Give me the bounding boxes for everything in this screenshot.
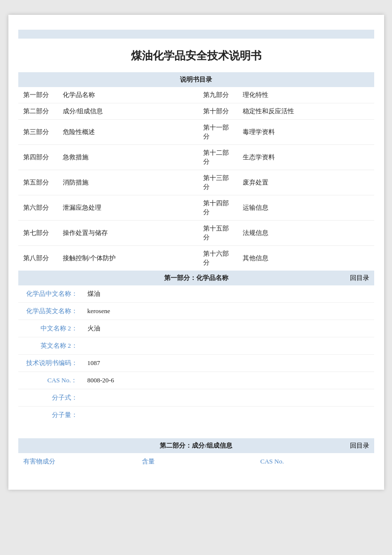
- toc-header: 说明书目录: [18, 72, 374, 87]
- toc-num2: 第十四部分: [198, 195, 238, 221]
- toc-row: 第二部分 成分/组成信息 第十部分 稳定性和反应活性: [18, 103, 374, 120]
- field-value: 1087: [83, 355, 374, 372]
- info-row: 技术说明书编码： 1087: [18, 355, 374, 372]
- field-value: 火油: [83, 320, 374, 337]
- main-title: 煤油化学品安全技术说明书: [18, 40, 374, 72]
- toc-name: 成分/组成信息: [58, 103, 198, 120]
- comp-col-2: 含量: [137, 453, 256, 470]
- toc-name2: 理化特性: [238, 87, 374, 103]
- toc-num2: 第十一部分: [198, 120, 238, 145]
- field-value: kerosene: [83, 303, 374, 320]
- toc-row: 第五部分 消防措施 第十三部分 废弃处置: [18, 170, 374, 195]
- toc-num: 第六部分: [18, 195, 58, 221]
- toc-num: 第三部分: [18, 120, 58, 145]
- toc-num2: 第十六部分: [198, 246, 238, 271]
- info-row: 化学品中文名称： 煤油: [18, 285, 374, 303]
- toc-row: 第四部分 急救措施 第十二部分 生态学资料: [18, 145, 374, 170]
- field-label: 分子量：: [18, 407, 83, 424]
- toc-name2: 毒理学资料: [238, 120, 374, 145]
- field-label: 中文名称 2：: [18, 320, 83, 337]
- field-label: 化学品中文名称：: [18, 285, 83, 303]
- toc-num2: 第十五部分: [198, 221, 238, 246]
- toc-num: 第五部分: [18, 170, 58, 195]
- toc-num: 第八部分: [18, 246, 58, 271]
- info-row: 英文名称 2：: [18, 337, 374, 355]
- field-label: 技术说明书编码：: [18, 355, 83, 372]
- toc-name: 操作处置与储存: [58, 221, 198, 246]
- back-link-1[interactable]: 回目录: [350, 274, 369, 282]
- toc-name2: 废弃处置: [238, 170, 374, 195]
- back-link-2[interactable]: 回目录: [350, 441, 369, 450]
- toc-num: 第二部分: [18, 103, 58, 120]
- toc-num: 第四部分: [18, 145, 58, 170]
- field-label: CAS No.：: [18, 372, 83, 389]
- toc-num2: 第十二部分: [198, 145, 238, 170]
- info-row: 分子量：: [18, 407, 374, 424]
- info-table-part1: 化学品中文名称： 煤油 化学品英文名称： kerosene 中文名称 2： 火油…: [18, 285, 374, 423]
- comp-table: 有害物成分 含量 CAS No.: [18, 453, 374, 470]
- toc-name: 泄漏应急处理: [58, 195, 198, 221]
- comp-header-row: 有害物成分 含量 CAS No.: [18, 453, 374, 470]
- toc-name2: 稳定性和反应活性: [238, 103, 374, 120]
- toc-name: 危险性概述: [58, 120, 198, 145]
- field-label: 化学品英文名称：: [18, 303, 83, 320]
- comp-col-3: CAS No.: [256, 453, 374, 470]
- field-label: 分子式：: [18, 389, 83, 407]
- toc-table: 第一部分 化学品名称 第九部分 理化特性 第二部分 成分/组成信息 第十部分 稳…: [18, 87, 374, 271]
- page: 煤油化学品安全技术说明书 说明书目录 第一部分 化学品名称 第九部分 理化特性 …: [8, 15, 384, 490]
- info-row: 化学品英文名称： kerosene: [18, 303, 374, 320]
- top-bar: [18, 30, 374, 39]
- toc-name2: 其他信息: [238, 246, 374, 271]
- toc-num2: 第十部分: [198, 103, 238, 120]
- info-row: CAS No.： 8008-20-6: [18, 372, 374, 389]
- toc-num: 第一部分: [18, 87, 58, 103]
- toc-name2: 运输信息: [238, 195, 374, 221]
- toc-row: 第八部分 接触控制/个体防护 第十六部分 其他信息: [18, 246, 374, 271]
- field-value: [83, 407, 374, 424]
- toc-row: 第三部分 危险性概述 第十一部分 毒理学资料: [18, 120, 374, 145]
- toc-name2: 法规信息: [238, 221, 374, 246]
- toc-num2: 第九部分: [198, 87, 238, 103]
- toc-num: 第七部分: [18, 221, 58, 246]
- toc-name: 急救措施: [58, 145, 198, 170]
- field-label: 英文名称 2：: [18, 337, 83, 355]
- info-row: 中文名称 2： 火油: [18, 320, 374, 337]
- field-value: 煤油: [83, 285, 374, 303]
- toc-name: 化学品名称: [58, 87, 198, 103]
- toc-row: 第七部分 操作处置与储存 第十五部分 法规信息: [18, 221, 374, 246]
- spacer: [18, 423, 374, 438]
- field-value: [83, 337, 374, 355]
- part2-header: 第二部分：成分/组成信息 回目录: [18, 438, 374, 453]
- toc-num2: 第十三部分: [198, 170, 238, 195]
- toc-name: 接触控制/个体防护: [58, 246, 198, 271]
- comp-col-1: 有害物成分: [18, 453, 137, 470]
- part1-header: 第一部分：化学品名称 回目录: [18, 271, 374, 285]
- info-row: 分子式：: [18, 389, 374, 407]
- toc-row: 第六部分 泄漏应急处理 第十四部分 运输信息: [18, 195, 374, 221]
- field-value: [83, 389, 374, 407]
- toc-name2: 生态学资料: [238, 145, 374, 170]
- toc-row: 第一部分 化学品名称 第九部分 理化特性: [18, 87, 374, 103]
- field-value: 8008-20-6: [83, 372, 374, 389]
- toc-name: 消防措施: [58, 170, 198, 195]
